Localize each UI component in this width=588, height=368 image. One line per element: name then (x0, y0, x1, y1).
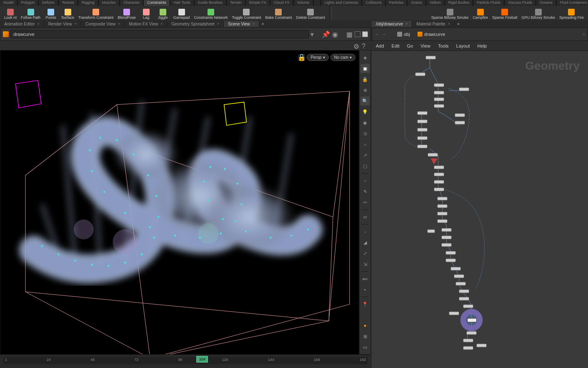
menu-item[interactable]: Layout (456, 43, 470, 48)
shelf-tool[interactable]: Constraints Network (192, 6, 229, 20)
ghost-icon[interactable]: ⊙ (360, 129, 370, 138)
menu-item[interactable]: Tools (438, 43, 449, 48)
shelf-tool[interactable]: Sparse Fireball (490, 6, 519, 20)
playhead[interactable]: 104 (196, 356, 208, 363)
dark-icon[interactable]: ▪ (360, 285, 370, 294)
circle-btn-icon[interactable]: ○ (360, 176, 370, 185)
dropdown-icon[interactable]: ▾ (310, 30, 314, 38)
label-12[interactable]: 12 (360, 212, 370, 222)
pin-icon[interactable]: 📌 (322, 30, 330, 38)
shelf-category[interactable]: Texture (59, 0, 78, 6)
adjust-icon[interactable]: ⚙ (353, 43, 359, 48)
share-icon[interactable]: ⇲ (360, 260, 370, 269)
link-icon[interactable]: ⊗ (360, 86, 370, 95)
shade-icon[interactable]: ▣ (360, 64, 370, 73)
pane-tab[interactable]: Render View× (44, 21, 81, 27)
shelf-tool[interactable]: Delete Constraint (295, 6, 327, 20)
shelf-tool[interactable]: BlendPose (116, 6, 138, 20)
network-editor[interactable]: Geometry (372, 51, 588, 368)
shelf-tool[interactable]: Campfire (471, 6, 490, 20)
shelf-tool[interactable]: Bake Constraint (263, 6, 293, 20)
shelf-category[interactable]: Terrain (227, 0, 245, 6)
shelf-category[interactable]: Model (0, 0, 18, 6)
shelf-tool[interactable]: Follow Path (19, 6, 42, 20)
shelf-tool[interactable]: GPU Billowy Smoke (520, 6, 557, 20)
pane-tab[interactable]: Scene View× (224, 21, 259, 27)
menu-item[interactable]: Help (478, 43, 487, 48)
shelf-category[interactable]: Collisions (362, 0, 385, 6)
circle-icon[interactable]: ◉ (331, 30, 339, 38)
path-input[interactable] (10, 30, 309, 38)
close-icon[interactable]: × (253, 22, 255, 26)
pane-tab[interactable]: Motion FX View× (125, 21, 167, 27)
expand-icon[interactable]: ⤢ (360, 249, 370, 258)
menu-item[interactable]: Edit (392, 43, 400, 48)
close-icon[interactable]: × (405, 22, 408, 26)
shelf-category[interactable]: Viscous Fluids (505, 0, 536, 6)
shelf-category[interactable]: Guide Brushes (195, 0, 227, 6)
view-icon[interactable]: ◈ (360, 53, 370, 62)
shelf-tool[interactable]: Look At (3, 6, 18, 20)
shelf-category[interactable]: Volume (294, 0, 313, 6)
scene-viewport[interactable]: 🔒 Persp▾ No cam▾ (0, 50, 359, 355)
material-icon[interactable]: ◉ (360, 118, 370, 127)
close-icon[interactable]: × (448, 22, 450, 26)
timeline[interactable]: 124487296120144168192 104 (0, 355, 371, 368)
window-icon[interactable]: ▭ (360, 343, 370, 352)
perspective-menu[interactable]: Persp▾ (307, 54, 328, 61)
breadcrumb-node[interactable]: drawcurve (415, 31, 448, 38)
pin2-icon[interactable]: 📍 (360, 300, 370, 309)
shelf-tool[interactable]: Jiggle (155, 6, 171, 20)
shelf-tool[interactable]: Gamepad (172, 6, 192, 20)
shelf-category[interactable]: Rigid Bodies (445, 0, 473, 6)
shelf-tool[interactable]: Lag (138, 6, 154, 20)
shelf-category[interactable]: Cloud FX (270, 0, 293, 6)
shelf-category[interactable]: Simple FX (246, 0, 270, 6)
shelf-category[interactable] (314, 0, 321, 6)
grid4-icon[interactable]: ⊞ (360, 332, 370, 341)
shelf-category[interactable]: Fluid Containers (557, 0, 588, 6)
shelf-category[interactable]: Hair Tools (170, 0, 194, 6)
shelf-tool[interactable]: Points (43, 6, 59, 20)
grid-icon[interactable]: ▦ (345, 30, 353, 38)
close-icon[interactable]: × (37, 22, 39, 26)
shelf-category[interactable]: Constraints (144, 0, 170, 6)
camera-menu[interactable]: No cam▾ (330, 54, 355, 61)
lock-icon[interactable]: 🔒 (298, 54, 305, 61)
menu-item[interactable]: Add (376, 43, 384, 48)
shelf-category[interactable]: Rigging (78, 0, 98, 6)
menu-item[interactable]: View (420, 43, 430, 48)
label-a2[interactable]: ⟂ (360, 227, 370, 236)
arrow-icon[interactable]: ↗ (360, 151, 370, 160)
shelf-category[interactable]: Particle Fluids (473, 0, 504, 6)
shelf-category[interactable]: Polygon (18, 0, 39, 6)
color-swatch-dark[interactable] (355, 31, 360, 37)
shelf-category[interactable]: Oceans (536, 0, 556, 6)
pane-tab[interactable]: Material Palette× (412, 21, 455, 27)
close-icon[interactable]: × (160, 22, 163, 26)
shelf-tool[interactable]: Surface (60, 6, 76, 20)
pane-tab[interactable]: /obj/drawcurve× (372, 21, 412, 27)
brush-icon[interactable]: ✎ (360, 187, 370, 196)
abc-label[interactable]: abc (360, 274, 370, 283)
zoom-icon[interactable]: 🔍 (360, 96, 370, 106)
shelf-category[interactable]: Vellum (426, 0, 445, 6)
breadcrumb-obj[interactable]: obj (395, 31, 413, 38)
pane-tab[interactable]: Geometry Spreadsheet× (167, 21, 224, 27)
light-icon[interactable]: 💡 (360, 107, 370, 116)
shelf-category[interactable]: Particles (386, 0, 408, 6)
add-tab-button[interactable]: + (259, 21, 267, 27)
box-icon[interactable]: ▢ (360, 161, 370, 171)
shelf-category[interactable]: Grains (408, 0, 426, 6)
search-icon[interactable]: ○ (582, 32, 585, 37)
shelf-category[interactable]: Character (120, 0, 144, 6)
menu-item[interactable]: Go (407, 43, 413, 48)
shelf-category[interactable]: Lights and Cameras (321, 0, 362, 6)
shelf-category[interactable]: Muscles (99, 0, 120, 6)
close-icon[interactable]: × (217, 22, 219, 26)
nav-back-icon[interactable]: ← (375, 32, 379, 37)
shelf-tool[interactable]: Spreading Fire (558, 6, 585, 20)
pane-tab[interactable]: Animation Editor× (0, 21, 44, 27)
help-icon[interactable]: ? (362, 43, 368, 48)
shelf-tool[interactable]: Sparse Billowy Smoke (430, 6, 470, 20)
